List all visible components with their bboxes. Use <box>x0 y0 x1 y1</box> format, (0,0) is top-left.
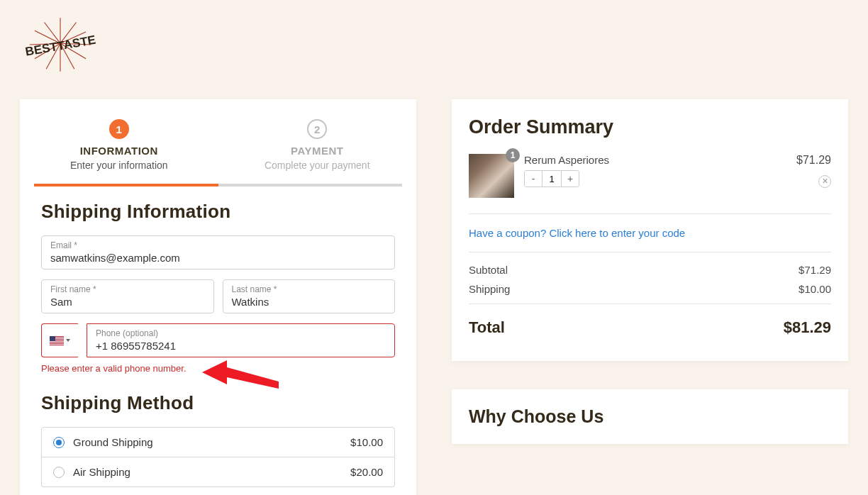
order-item-row: 1 Rerum Asperiores - + $71.29 ✕ <box>469 154 831 214</box>
lastname-field-wrap[interactable]: Last name * <box>223 279 396 313</box>
qty-badge: 1 <box>506 148 520 162</box>
order-summary-heading: Order Summary <box>469 116 831 138</box>
step-number: 1 <box>109 119 129 139</box>
step-subtitle: Complete your payment <box>226 160 410 171</box>
why-choose-us-heading: Why Choose Us <box>469 406 831 427</box>
radio-icon <box>53 437 65 448</box>
phone-field[interactable] <box>96 340 386 352</box>
qty-decrease-button[interactable]: - <box>525 171 542 187</box>
phone-label: Phone (optional) <box>96 328 386 338</box>
step-title: INFORMATION <box>27 145 211 157</box>
total-value: $81.29 <box>784 318 831 337</box>
shipping-option-ground[interactable]: Ground Shipping $10.00 <box>41 427 395 457</box>
product-name: Rerum Asperiores <box>524 154 786 166</box>
product-thumbnail: 1 <box>469 154 514 198</box>
shipping-label: Shipping <box>469 283 510 295</box>
radio-icon <box>53 467 65 478</box>
email-field-wrap[interactable]: Email * <box>41 235 395 269</box>
total-label: Total <box>469 318 505 337</box>
step-payment[interactable]: 2 PAYMENT Complete your payment <box>218 99 417 184</box>
chevron-down-icon <box>66 339 70 342</box>
shipping-option-price: $20.00 <box>350 466 383 478</box>
step-information[interactable]: 1 INFORMATION Enter your information <box>20 99 218 184</box>
coupon-toggle-link[interactable]: Have a coupon? Click here to enter your … <box>469 214 831 252</box>
progress-bar <box>34 184 402 187</box>
shipping-option-air[interactable]: Air Shipping $20.00 <box>41 457 395 487</box>
firstname-field-wrap[interactable]: First name * <box>41 279 214 313</box>
firstname-label: First name * <box>50 284 205 294</box>
step-title: PAYMENT <box>226 145 410 157</box>
qty-increase-button[interactable]: + <box>562 171 579 187</box>
shipping-info-heading: Shipping Information <box>41 201 395 223</box>
product-price: $71.29 <box>796 154 831 167</box>
shipping-option-label: Ground Shipping <box>73 436 153 448</box>
order-summary-panel: Order Summary 1 Rerum Asperiores - + $71… <box>452 99 848 361</box>
qty-input[interactable] <box>542 171 562 187</box>
email-field[interactable] <box>50 252 386 264</box>
step-number: 2 <box>307 119 327 139</box>
brand-logo: BESTTASTE <box>21 13 99 77</box>
why-choose-us-panel: Why Choose Us <box>452 389 848 444</box>
subtotal-value: $71.29 <box>799 264 831 276</box>
step-subtitle: Enter your information <box>27 160 211 171</box>
shipping-method-heading: Shipping Method <box>41 392 395 414</box>
quantity-stepper: - + <box>524 170 579 187</box>
checkout-form-panel: 1 INFORMATION Enter your information 2 P… <box>20 99 416 495</box>
subtotal-label: Subtotal <box>469 264 508 276</box>
lastname-label: Last name * <box>232 284 386 294</box>
checkout-steps: 1 INFORMATION Enter your information 2 P… <box>20 99 416 184</box>
lastname-field[interactable] <box>232 296 386 308</box>
shipping-option-label: Air Shipping <box>73 466 130 478</box>
firstname-field[interactable] <box>50 296 205 308</box>
shipping-option-price: $10.00 <box>350 436 383 448</box>
remove-item-button[interactable]: ✕ <box>818 175 831 188</box>
shipping-value: $10.00 <box>799 283 831 295</box>
us-flag-icon <box>50 336 64 345</box>
phone-field-wrap[interactable]: Phone (optional) <box>87 323 395 357</box>
email-label: Email * <box>50 240 386 250</box>
phone-country-selector[interactable] <box>41 323 78 357</box>
phone-error-message: Please enter a valid phone number. <box>41 363 395 374</box>
